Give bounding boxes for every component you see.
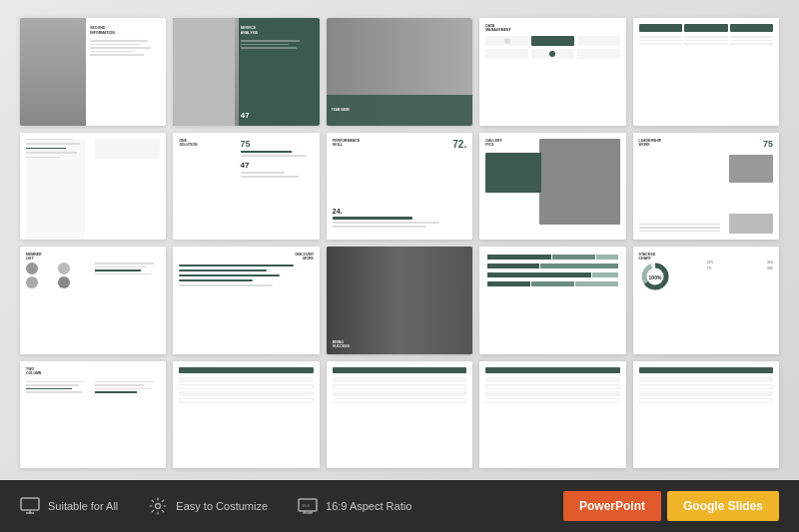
slide-10: LEADERSHIPWORK 75	[633, 133, 779, 241]
svg-point-7	[156, 504, 161, 509]
slide-3: TEAM NAME	[327, 18, 472, 126]
slide-19	[479, 361, 625, 469]
slide-7: ONESOLUTION 75 47	[173, 133, 319, 241]
monitor-icon	[20, 496, 40, 516]
svg-text:16:9: 16:9	[302, 503, 311, 508]
slide-15: STACKEDCHART 100% 52%34%	[633, 247, 779, 354]
features-list: Suitable for All Easy to Costumize 16:9	[20, 496, 563, 516]
main-content: SECONDINFORMATION SERVICEANALYSIS	[0, 0, 799, 480]
feature-suitable: Suitable for All	[20, 496, 118, 516]
bottom-bar: Suitable for All Easy to Costumize 16:9	[0, 480, 799, 532]
slide-18	[327, 361, 472, 469]
slide-2: SERVICEANALYSIS 47	[173, 18, 319, 126]
svg-rect-4	[21, 498, 39, 510]
slide-11: MEMBERLIST	[20, 247, 166, 354]
slide-4: DATAMANAGEMENT	[479, 18, 625, 126]
slide-9: GALLERYPICS	[479, 133, 625, 241]
feature-suitable-label: Suitable for All	[48, 500, 118, 512]
feature-customize-label: Easy to Costumize	[176, 500, 268, 512]
slide-1: SECONDINFORMATION	[20, 18, 166, 126]
screen-icon: 16:9	[298, 496, 318, 516]
feature-aspect: 16:9 16:9 Aspect Ratio	[298, 496, 411, 516]
settings-icon	[148, 496, 168, 516]
slide-5	[633, 18, 779, 126]
slides-grid: SECONDINFORMATION SERVICEANALYSIS	[20, 18, 779, 468]
slide-17	[173, 361, 319, 469]
slide-13: BRINGSUCCESS	[327, 247, 472, 354]
slide-16: TWOCOLUMN	[20, 361, 166, 469]
slide-6	[20, 133, 166, 241]
feature-customize: Easy to Costumize	[148, 496, 268, 516]
google-slides-button[interactable]: Google Slides	[667, 491, 779, 521]
slide-20	[633, 361, 779, 469]
slide-8: PERFORMANCESKILL 72. 24.	[327, 133, 472, 241]
bottom-buttons: PowerPoint Google Slides	[563, 491, 779, 521]
feature-aspect-label: 16:9 Aspect Ratio	[326, 500, 411, 512]
powerpoint-button[interactable]: PowerPoint	[563, 491, 661, 521]
slide-12: DISCOVERMORE	[173, 247, 319, 354]
svg-text:100%: 100%	[648, 274, 661, 280]
slide-14	[479, 247, 625, 354]
